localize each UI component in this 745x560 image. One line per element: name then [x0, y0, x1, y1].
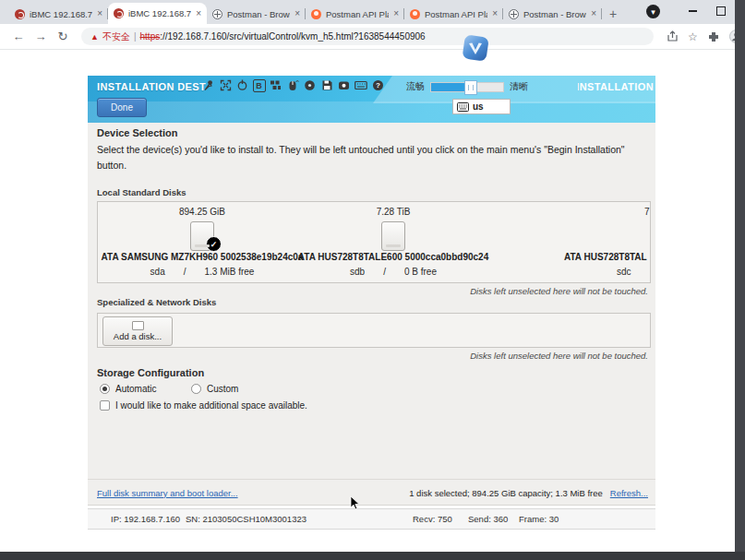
device-selection-title: Device Selection — [97, 127, 177, 138]
forward-icon[interactable]: → — [30, 30, 52, 43]
full-disk-summary-link[interactable]: Full disk summary and boot loader... — [97, 488, 238, 498]
mouse-icon[interactable] — [286, 78, 300, 92]
extensions-puzzle-icon[interactable] — [707, 30, 720, 43]
url-divider: | — [134, 31, 137, 42]
video-quality-slider: 流畅 清晰 — [406, 80, 528, 93]
desktop-edge — [0, 552, 745, 560]
disk-free: 0 B free — [404, 267, 437, 277]
disk-tile-sdb[interactable]: 7.28 TiB ATA HUS728T8TALE600 5000cca0bbd… — [296, 202, 490, 283]
selected-check-icon: ✓ — [206, 236, 222, 252]
postman-favicon — [410, 9, 420, 19]
tab-postman-browse-2[interactable]: Postman - Browse × — [503, 4, 602, 24]
soft-keyboard-icon[interactable] — [354, 78, 368, 92]
disk-mount: / — [184, 267, 186, 277]
tab-close-icon[interactable]: × — [196, 9, 201, 18]
quality-slider-fill — [431, 83, 468, 91]
tab-ibmc-1[interactable]: iBMC 192.168.7.16 × — [9, 4, 108, 24]
keyboard-layout-indicator[interactable]: us — [452, 99, 511, 114]
tab-close-icon[interactable]: × — [294, 9, 300, 18]
disk-tile-sda[interactable]: 894.25 GiB ✓ ATA SAMSUNG MZ7KH960 500253… — [105, 202, 299, 283]
tab-title: iBMC 192.168.7.16 — [128, 8, 191, 18]
quality-slider-handle[interactable] — [464, 80, 477, 95]
globe-favicon — [509, 9, 519, 19]
tab-title: Postman - Browse — [523, 9, 586, 19]
tab-ibmc-2-active[interactable]: iBMC 192.168.7.16 × — [108, 3, 207, 24]
mouse-cursor — [350, 495, 361, 510]
disk-name: ATA HUS728T8TAL — [564, 252, 647, 262]
floppy-icon[interactable] — [320, 78, 334, 92]
url-scheme: https — [140, 31, 161, 42]
keyboard-icon — [457, 102, 469, 112]
bold-b-icon[interactable]: B — [253, 79, 266, 92]
selection-summary: 1 disk selected; 894.25 GiB capacity; 1.… — [409, 488, 603, 498]
new-tab-button[interactable]: + — [602, 4, 624, 24]
tab-postman-api-2[interactable]: Postman API Platfo × — [404, 4, 503, 24]
ibmc-favicon — [114, 8, 124, 18]
radio-selected-icon[interactable] — [100, 384, 110, 394]
hard-disk-icon — [381, 221, 405, 251]
status-frame: Frame: 30 — [519, 514, 559, 524]
security-warning-label[interactable]: 不安全 — [102, 30, 130, 43]
tab-title: Postman - Browse — [227, 9, 290, 19]
checkbox-icon[interactable] — [100, 400, 110, 411]
device-selection-description: Select the device(s) you'd like to insta… — [97, 142, 651, 174]
tab-postman-api-1[interactable]: Postman API Platfo × — [306, 4, 404, 24]
refresh-link[interactable]: Refresh... — [610, 488, 648, 498]
tab-close-icon[interactable]: × — [393, 9, 399, 18]
ibmc-logo — [458, 31, 493, 66]
radio-automatic[interactable]: Automatic — [100, 384, 156, 394]
kvm-toolbar: B ? — [201, 78, 385, 92]
disk-name: ATA HUS728T8TALE600 5000cca0bbd90c24 — [289, 252, 498, 262]
maximize-icon — [716, 6, 726, 16]
quality-slider-track[interactable] — [430, 82, 504, 92]
reclaim-space-checkbox[interactable]: I would like to make additional space av… — [100, 400, 307, 411]
tab-title: Postman API Platfo — [326, 9, 389, 19]
header-diagonal-band — [88, 101, 655, 123]
key-macro-icon[interactable] — [269, 78, 282, 92]
disk-free: 1.3 MiB free — [204, 267, 254, 277]
status-sn: SN: 2103050CSH10M3001323 — [186, 514, 306, 524]
specialized-disks-label: Specialized & Network Disks — [97, 297, 216, 307]
unselected-note: Disks left unselected here will not be t… — [470, 351, 648, 361]
reload-icon[interactable]: ↻ — [52, 30, 74, 43]
power-icon[interactable] — [235, 78, 249, 92]
pin-icon[interactable] — [201, 78, 215, 92]
done-button[interactable]: Done — [97, 98, 147, 117]
slider-right-label: 清晰 — [510, 80, 528, 93]
window-minimize-button[interactable] — [679, 0, 706, 22]
url-field[interactable]: ▲ 不安全 | https://192.168.7.160/src/virtua… — [81, 28, 654, 45]
status-recv: Recv: 750 — [413, 514, 452, 524]
add-disk-button[interactable]: Add a disk... — [102, 316, 173, 346]
postman-favicon — [311, 9, 321, 19]
browser-update-icon[interactable]: ▾ — [646, 5, 660, 18]
radio-custom[interactable]: Custom — [191, 384, 238, 394]
back-icon[interactable]: ← — [7, 30, 30, 43]
radio-unselected-icon[interactable] — [191, 384, 201, 394]
unselected-note: Disks left unselected here will not be t… — [470, 286, 648, 296]
bookmark-star-icon[interactable]: ☆ — [688, 30, 698, 43]
share-icon[interactable] — [667, 30, 679, 42]
status-send: Send: 360 — [468, 514, 508, 524]
tab-postman-browse-1[interactable]: Postman - Browse × — [207, 4, 306, 24]
tab-close-icon[interactable]: × — [591, 9, 596, 18]
local-disks-panel: 894.25 GiB ✓ ATA SAMSUNG MZ7KH960 500253… — [97, 201, 651, 283]
record-icon[interactable] — [337, 78, 351, 92]
page-title-right: INSTALLATION — [578, 81, 654, 92]
storage-config-title: Storage Configuration — [97, 367, 204, 378]
tab-close-icon[interactable]: × — [492, 9, 498, 18]
fullscreen-icon[interactable] — [219, 78, 233, 92]
cd-icon[interactable] — [303, 78, 317, 92]
slider-left-label: 流畅 — [406, 80, 425, 93]
hard-disk-icon: ✓ — [190, 221, 214, 251]
browser-address-bar: ← → ↻ ▲ 不安全 | https://192.168.7.160/src/… — [0, 24, 745, 50]
tab-title: iBMC 192.168.7.16 — [30, 9, 92, 19]
tab-close-icon[interactable]: × — [97, 9, 102, 18]
installer-content: Device Selection Select the device(s) yo… — [88, 123, 655, 506]
kvm-remote-screen: INSTALLATION DESTINATION INSTALLATION Do… — [88, 76, 655, 506]
security-warning-icon[interactable]: ▲ — [90, 32, 99, 42]
help-icon[interactable]: ? — [371, 78, 385, 92]
local-disks-label: Local Standard Disks — [97, 187, 186, 197]
window-maximize-button[interactable] — [707, 0, 735, 22]
disk-dev: sda — [150, 267, 165, 277]
disk-dev: sdb — [350, 267, 365, 277]
